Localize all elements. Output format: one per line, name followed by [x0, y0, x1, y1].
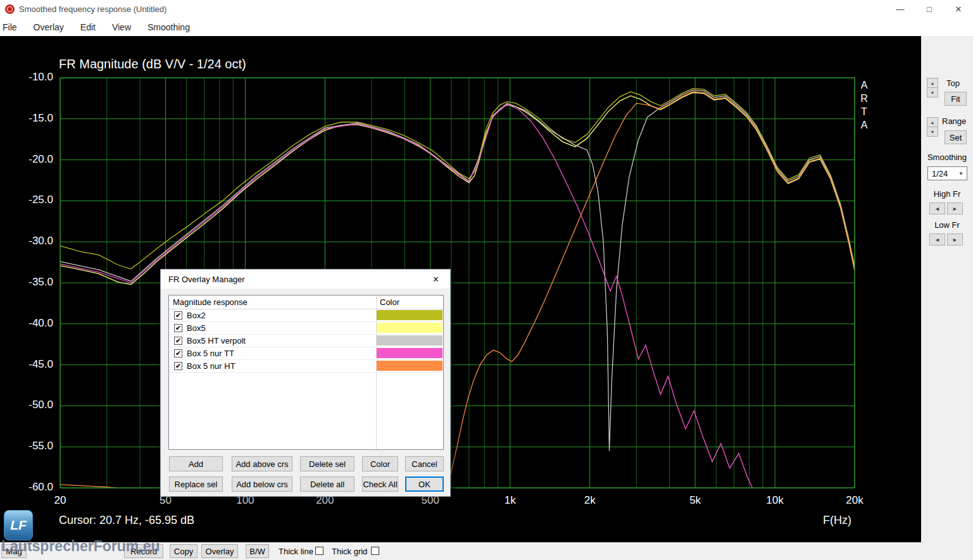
low-fr-right-button[interactable]: ► [947, 233, 963, 246]
overlay-name: Box 5 nur TT [187, 349, 234, 358]
dialog-button-check-all[interactable]: Check All [362, 476, 398, 492]
app-icon [5, 4, 15, 14]
dialog-button-ok[interactable]: OK [405, 476, 444, 492]
close-button[interactable]: ✕ [944, 0, 973, 18]
thick-line-checkbox[interactable] [315, 547, 323, 555]
low-fr-controls: ◄ ► [929, 233, 963, 246]
overlay-button[interactable]: Overlay [201, 544, 238, 558]
window-controls: — □ ✕ [886, 0, 973, 18]
color-swatch [377, 310, 443, 320]
dialog-button-add[interactable]: Add [169, 456, 223, 471]
dialog-close-button[interactable]: ✕ [422, 270, 450, 289]
overlay-name: Box5 HT verpolt [187, 336, 246, 345]
overlay-name: Box5 [187, 323, 206, 333]
top-spinner: ▲ ▼ [927, 78, 938, 97]
minimize-button[interactable]: — [886, 0, 915, 18]
menu-item-edit[interactable]: Edit [72, 18, 104, 36]
color-swatch [377, 348, 443, 358]
chevron-down-icon: ▼ [958, 171, 964, 177]
menu-item-smoothing[interactable]: Smoothing [139, 18, 198, 36]
overlay-checkbox[interactable]: ✔ [174, 349, 182, 358]
list-item[interactable]: ✔Box5 [169, 322, 443, 335]
title-bar: Smoothed frequency response (Untitled) —… [0, 0, 973, 18]
list-item[interactable]: ✔Box 5 nur HT [169, 360, 443, 373]
range-label: Range [942, 116, 966, 126]
overlay-list-header: Magnitude response Color [169, 296, 443, 309]
dialog-title-bar[interactable]: FR Overlay Manager ✕ [161, 270, 450, 289]
top-down-button[interactable]: ▼ [927, 87, 938, 97]
dialog-button-add-below-crs[interactable]: Add below crs [232, 476, 292, 492]
range-spinner: ▲ ▼ [927, 117, 938, 137]
menu-bar: FileOverlayEditViewSmoothing [0, 18, 973, 36]
watermark-text: LautsprecherForum.eu [1, 538, 160, 555]
range-down-button[interactable]: ▼ [927, 127, 938, 137]
dialog-button-delete-all[interactable]: Delete all [300, 476, 355, 492]
copy-button[interactable]: Copy [170, 544, 198, 558]
column-header-magnitude-response: Magnitude response [173, 297, 248, 307]
fit-button[interactable]: Fit [945, 92, 967, 106]
bw-button[interactable]: B/W [246, 544, 269, 558]
low-fr-left-button[interactable]: ◄ [929, 233, 945, 246]
smoothing-value: 1/24 [932, 169, 948, 178]
column-header-color: Color [380, 297, 399, 307]
color-swatch [377, 335, 443, 345]
dialog-button-cancel[interactable]: Cancel [405, 456, 444, 471]
high-fr-label: High Fr [921, 189, 973, 199]
overlay-checkbox[interactable]: ✔ [174, 337, 182, 345]
set-button[interactable]: Set [945, 130, 967, 144]
logo-letters: LF [10, 518, 27, 533]
app-window: FR Magnitude (dB V/V - 1/24 oct) Cursor:… [0, 0, 973, 560]
column-divider [376, 296, 377, 449]
menu-item-view[interactable]: View [104, 18, 139, 36]
overlay-name: Box 5 nur HT [187, 361, 235, 371]
overlay-checkbox[interactable]: ✔ [174, 311, 182, 320]
smoothing-label: Smoothing [921, 152, 973, 162]
color-swatch [377, 361, 443, 371]
frequency-response-chart [0, 0, 973, 560]
dialog-button-add-above-crs[interactable]: Add above crs [232, 456, 292, 471]
dialog-button-color[interactable]: Color [362, 456, 398, 471]
high-fr-right-button[interactable]: ► [947, 202, 963, 215]
menu-item-file[interactable]: File [0, 18, 25, 36]
list-item[interactable]: ✔Box 5 nur TT [169, 347, 443, 360]
thick-line-label: Thick line [279, 547, 313, 556]
range-up-button[interactable]: ▲ [927, 117, 938, 127]
menu-item-overlay[interactable]: Overlay [25, 18, 72, 36]
maximize-button[interactable]: □ [915, 0, 944, 18]
top-up-button[interactable]: ▲ [927, 78, 938, 88]
high-fr-controls: ◄ ► [929, 202, 963, 215]
smoothing-select[interactable]: 1/24 ▼ [927, 166, 967, 180]
lautsprecherforum-logo: LF [4, 510, 33, 540]
overlay-checkbox[interactable]: ✔ [174, 324, 182, 332]
window-title: Smoothed frequency response (Untitled) [19, 4, 166, 14]
color-swatch [377, 323, 443, 333]
list-item[interactable]: ✔Box5 HT verpolt [169, 335, 443, 347]
thick-grid-label: Thick grid [332, 547, 367, 556]
overlay-list: Magnitude response Color ✔Box2✔Box5✔Box5… [168, 295, 444, 450]
low-fr-label: Low Fr [921, 220, 973, 230]
list-item[interactable]: ✔Box2 [169, 309, 443, 322]
thick-grid-checkbox[interactable] [371, 547, 379, 555]
overlay-checkbox[interactable]: ✔ [174, 362, 182, 370]
dialog-title: FR Overlay Manager [168, 275, 245, 284]
overlay-name: Box2 [187, 311, 206, 320]
overlay-manager-dialog: FR Overlay Manager ✕ Magnitude response … [160, 269, 451, 497]
high-fr-left-button[interactable]: ◄ [929, 202, 945, 215]
dialog-button-delete-sel[interactable]: Delete sel [300, 456, 355, 471]
right-panel: ▲ ▼ Top Fit Range ▲ ▼ Set Smoothing 1/24… [921, 36, 973, 560]
top-label: Top [946, 78, 960, 88]
overlay-list-rows: ✔Box2✔Box5✔Box5 HT verpolt✔Box 5 nur TT✔… [169, 309, 443, 373]
dialog-button-replace-sel[interactable]: Replace sel [169, 476, 223, 492]
